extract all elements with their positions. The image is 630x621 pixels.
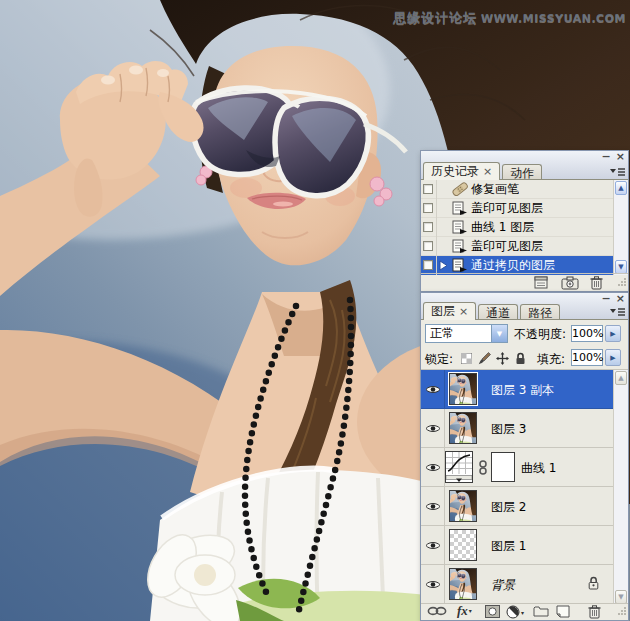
resize-grip-icon[interactable] xyxy=(617,276,627,290)
visibility-eye-icon[interactable] xyxy=(421,409,445,447)
tab-close-icon[interactable]: × xyxy=(459,305,468,318)
watermark-site: 思缘设计论坛 xyxy=(393,10,477,25)
layer-row-selected[interactable]: 图层 3 副本 xyxy=(421,370,615,409)
current-state-pointer-icon[interactable] xyxy=(437,260,450,271)
scroll-up-icon[interactable]: ▲ xyxy=(615,181,627,195)
delete-layer-trash-icon[interactable] xyxy=(588,605,601,619)
visibility-eye-icon[interactable] xyxy=(421,526,445,564)
fill-slider-arrow-icon[interactable]: ▶ xyxy=(605,349,621,366)
layer-name: 图层 3 xyxy=(491,421,526,438)
layer-row-background[interactable]: 背景 xyxy=(421,565,615,604)
chevron-down-icon[interactable]: ▼ xyxy=(491,325,507,342)
link-layers-icon[interactable] xyxy=(427,605,447,617)
history-step-label: 盖印可见图层 xyxy=(469,238,543,255)
photoshop-workspace: 思缘设计论坛 WWW.MISSYUAN.COM − × 历史记录× 动作 xyxy=(0,0,630,621)
layer-name: 图层 1 xyxy=(491,538,526,555)
tab-history-label: 历史记录 xyxy=(431,164,479,178)
layer-thumbnail[interactable] xyxy=(449,490,477,522)
history-footer xyxy=(421,273,628,291)
history-brush-source-checkbox[interactable] xyxy=(421,256,437,275)
panel-menu-icon[interactable] xyxy=(608,165,626,178)
healing-brush-icon xyxy=(450,182,469,196)
delete-state-trash-icon[interactable] xyxy=(590,276,603,290)
new-layer-icon[interactable] xyxy=(556,605,570,618)
layer-style-fx-icon[interactable]: fx▾ xyxy=(457,604,472,617)
history-row[interactable]: 曲线 1 图层 xyxy=(421,218,614,237)
layer-thumbnail[interactable] xyxy=(449,568,477,600)
tab-paths[interactable]: 路径 xyxy=(520,304,560,320)
fx-more-icon: ▾ xyxy=(469,607,472,614)
tab-actions[interactable]: 动作 xyxy=(502,164,542,180)
history-scrollbar[interactable]: ▲ ▼ xyxy=(613,180,628,275)
tab-actions-label: 动作 xyxy=(510,166,534,180)
history-row[interactable]: 盖印可见图层 xyxy=(421,199,614,218)
visibility-eye-icon[interactable] xyxy=(421,487,445,525)
layers-toolbar: fx▾ ▾ xyxy=(421,603,628,620)
layer-row[interactable]: 图层 2 xyxy=(421,487,615,526)
watermark-url: WWW.MISSYUAN.COM xyxy=(481,12,626,25)
history-brush-source-checkbox[interactable] xyxy=(421,199,437,218)
layers-panel-header: − × 图层× 通道 路径 xyxy=(421,293,628,320)
new-document-from-state-icon[interactable] xyxy=(533,276,549,290)
layer-thumbnail[interactable] xyxy=(449,373,477,405)
layer-row[interactable]: 图层 1 xyxy=(421,526,615,565)
panel-menu-icon[interactable] xyxy=(608,305,626,318)
add-layer-mask-icon[interactable] xyxy=(485,605,500,618)
history-brush-source-checkbox[interactable] xyxy=(421,237,437,256)
history-row[interactable]: 盖印可见图层 xyxy=(421,237,614,256)
layer-row-adjustment[interactable]: 曲线 1 xyxy=(421,448,615,487)
layers-scrollbar[interactable]: ▲ ▼ xyxy=(613,370,628,605)
scroll-up-icon[interactable]: ▲ xyxy=(615,371,627,385)
history-step-label: 盖印可见图层 xyxy=(469,200,543,217)
layer-state-icon xyxy=(450,239,469,253)
blend-mode-select[interactable]: 正常 ▼ xyxy=(425,324,508,343)
watermark: 思缘设计论坛 WWW.MISSYUAN.COM xyxy=(393,9,626,27)
visibility-eye-icon[interactable] xyxy=(421,448,445,486)
scroll-down-icon[interactable]: ▼ xyxy=(615,590,627,604)
blend-mode-value: 正常 xyxy=(426,325,491,342)
opacity-field[interactable]: 100% xyxy=(571,325,603,342)
layer-state-icon xyxy=(450,201,469,215)
tab-layers[interactable]: 图层× xyxy=(423,302,476,320)
curves-adjustment-icon[interactable] xyxy=(445,451,473,483)
background-lock-icon xyxy=(588,576,599,593)
adjust-more-icon: ▾ xyxy=(521,609,524,616)
layer-row[interactable]: 图层 3 xyxy=(421,409,615,448)
opacity-slider-arrow-icon[interactable]: ▶ xyxy=(605,325,621,342)
history-brush-source-checkbox[interactable] xyxy=(421,180,437,199)
close-icon[interactable]: × xyxy=(616,152,625,161)
layer-state-icon xyxy=(450,258,469,272)
lock-paint-brush-icon[interactable] xyxy=(477,351,491,365)
fill-field[interactable]: 100% xyxy=(571,349,603,366)
history-row[interactable]: 修复画笔 xyxy=(421,180,614,199)
new-group-folder-icon[interactable] xyxy=(533,605,549,617)
new-snapshot-camera-icon[interactable] xyxy=(561,276,579,290)
layers-panel: − × 图层× 通道 路径 正常 ▼ xyxy=(420,292,629,621)
lock-transparency-icon[interactable] xyxy=(459,351,473,365)
scroll-down-icon[interactable]: ▼ xyxy=(615,260,627,274)
tab-layers-label: 图层 xyxy=(431,304,455,318)
mask-link-icon[interactable] xyxy=(479,460,487,478)
layer-list: 图层 3 副本 图层 3 xyxy=(421,370,615,605)
history-brush-source-checkbox[interactable] xyxy=(421,218,437,237)
visibility-eye-icon[interactable] xyxy=(421,565,445,603)
lock-label: 锁定: xyxy=(425,351,453,368)
lock-all-padlock-icon[interactable] xyxy=(513,351,527,365)
new-adjustment-layer-icon[interactable]: ▾ xyxy=(506,605,524,619)
layer-thumbnail-transparent[interactable] xyxy=(449,529,477,561)
resize-grip-icon[interactable] xyxy=(617,605,627,619)
minimize-icon[interactable]: − xyxy=(602,152,611,161)
tab-close-icon[interactable]: × xyxy=(483,165,492,178)
tab-history[interactable]: 历史记录× xyxy=(423,162,500,180)
layer-thumbnail[interactable] xyxy=(449,412,477,444)
close-icon[interactable]: × xyxy=(616,294,625,303)
layer-state-icon xyxy=(450,220,469,234)
layers-controls: 正常 ▼ 不透明度: 100% ▶ 锁定: 填充 xyxy=(421,320,628,370)
visibility-eye-icon[interactable] xyxy=(421,370,445,408)
tab-channels[interactable]: 通道 xyxy=(478,304,518,320)
layer-mask-thumbnail[interactable] xyxy=(491,452,515,482)
fx-label: fx xyxy=(457,604,468,617)
history-panel-header: − × 历史记录× 动作 xyxy=(421,151,628,180)
lock-position-move-icon[interactable] xyxy=(495,351,509,365)
layer-name: 图层 2 xyxy=(491,499,526,516)
